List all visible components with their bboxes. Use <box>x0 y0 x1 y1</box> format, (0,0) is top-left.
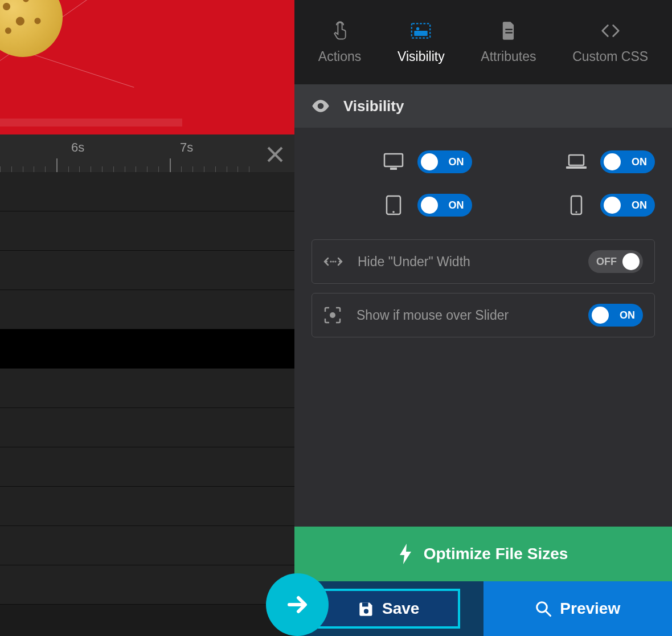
layer-row[interactable] <box>0 526 294 565</box>
layer-row[interactable] <box>0 447 294 487</box>
slide-preview[interactable] <box>0 0 294 134</box>
timeline-mark-7s: 7s <box>180 140 193 155</box>
layer-row[interactable] <box>0 369 294 408</box>
svg-point-2 <box>416 27 419 30</box>
arrow-right-icon <box>284 591 311 618</box>
optimize-file-sizes-button[interactable]: Optimize File Sizes <box>294 527 672 581</box>
layer-row[interactable] <box>0 487 294 526</box>
slide-highlight-bar <box>0 119 182 127</box>
toggle-knob <box>592 307 609 324</box>
svg-point-15 <box>332 260 334 262</box>
layer-row[interactable] <box>0 290 294 329</box>
mobile-icon <box>565 194 588 217</box>
document-icon <box>498 21 519 41</box>
toggle-tablet[interactable]: ON <box>417 194 472 217</box>
preview-label: Preview <box>560 600 620 618</box>
eye-icon <box>312 100 330 112</box>
toggle-knob <box>604 197 621 214</box>
option-label: Hide "Under" Width <box>358 254 573 270</box>
layer-row[interactable] <box>0 565 294 605</box>
svg-point-17 <box>330 312 335 318</box>
layer-row[interactable] <box>0 211 294 251</box>
layer-row[interactable] <box>0 408 294 447</box>
option-hide-under-width: Hide "Under" Width OFF <box>312 239 655 284</box>
svg-rect-6 <box>384 154 403 166</box>
toggle-hide-under-width[interactable]: OFF <box>588 250 643 273</box>
width-icon <box>323 256 343 267</box>
tab-attributes[interactable]: Attributes <box>481 21 536 64</box>
toggle-knob <box>604 153 621 170</box>
tab-label: Visibility <box>398 49 445 64</box>
layer-row-selected[interactable] <box>0 329 294 369</box>
device-tablet-row: ON <box>312 194 472 217</box>
slide-image-cookie <box>0 0 70 64</box>
device-laptop-row: ON <box>495 150 655 173</box>
search-icon <box>535 600 552 617</box>
save-button-highlight: Save <box>318 589 460 629</box>
touch-icon <box>330 21 350 41</box>
device-desktop-row: ON <box>312 150 472 173</box>
visibility-frame-icon <box>411 21 431 41</box>
device-visibility-grid: ON ON ON <box>312 150 655 217</box>
visibility-content: ON ON ON <box>294 128 672 527</box>
toggle-label: ON <box>449 199 464 211</box>
preview-button[interactable]: Preview <box>483 581 673 636</box>
toggle-label: ON <box>620 309 635 321</box>
tab-label: Attributes <box>481 49 536 64</box>
toggle-label: ON <box>632 156 647 168</box>
save-label: Save <box>382 600 419 618</box>
layer-row[interactable] <box>0 172 294 211</box>
toggle-label: ON <box>449 156 464 168</box>
footer-buttons: Save Preview <box>294 581 672 636</box>
timeline-ticks <box>0 158 260 172</box>
svg-point-19 <box>364 609 368 614</box>
svg-point-20 <box>537 602 547 613</box>
toggle-laptop[interactable]: ON <box>600 150 655 173</box>
svg-rect-7 <box>390 168 397 170</box>
tab-actions[interactable]: Actions <box>318 21 361 64</box>
svg-rect-3 <box>505 28 512 30</box>
timeline-layers <box>0 172 294 636</box>
svg-rect-8 <box>569 155 584 165</box>
toggle-knob <box>421 197 438 214</box>
device-mobile-row: ON <box>495 194 655 217</box>
svg-point-11 <box>392 211 395 213</box>
svg-rect-1 <box>415 31 428 36</box>
section-header-visibility: Visibility <box>294 84 672 128</box>
svg-point-13 <box>575 211 577 213</box>
timeline-ruler[interactable]: 6s 7s <box>0 134 294 172</box>
option-show-mouse-over: Show if mouse over Slider ON <box>312 293 655 337</box>
toggle-mobile[interactable]: ON <box>600 194 655 217</box>
svg-point-16 <box>334 260 336 262</box>
toggle-knob <box>622 253 640 270</box>
panel-tabs: Actions Visibility Attributes Custom CSS <box>294 0 672 84</box>
focus-icon <box>323 306 342 324</box>
editor-canvas-panel: 6s 7s <box>0 0 294 636</box>
layer-row[interactable] <box>0 251 294 290</box>
bolt-icon <box>399 544 412 564</box>
optimize-label: Optimize File Sizes <box>424 545 568 563</box>
properties-panel: Actions Visibility Attributes Custom CSS <box>294 0 672 636</box>
save-icon <box>358 601 374 617</box>
tab-label: Actions <box>318 49 361 64</box>
next-step-button[interactable] <box>266 573 329 636</box>
toggle-desktop[interactable]: ON <box>417 150 472 173</box>
svg-rect-4 <box>505 32 512 33</box>
timeline-mark-6s: 6s <box>71 140 84 155</box>
tab-label: Custom CSS <box>572 49 648 64</box>
section-title: Visibility <box>343 97 404 115</box>
tab-visibility[interactable]: Visibility <box>398 21 445 64</box>
svg-point-5 <box>318 103 324 109</box>
laptop-icon <box>565 150 588 173</box>
tablet-icon <box>382 194 405 217</box>
desktop-icon <box>382 150 405 173</box>
code-icon <box>600 21 621 41</box>
tab-custom-css[interactable]: Custom CSS <box>572 21 648 64</box>
toggle-label: ON <box>632 199 647 211</box>
close-timeline-button[interactable] <box>265 145 284 164</box>
toggle-show-mouse-over[interactable]: ON <box>588 304 643 327</box>
toggle-label: OFF <box>596 256 617 268</box>
toggle-knob <box>421 153 438 170</box>
svg-point-14 <box>330 260 331 262</box>
svg-rect-18 <box>362 603 368 607</box>
